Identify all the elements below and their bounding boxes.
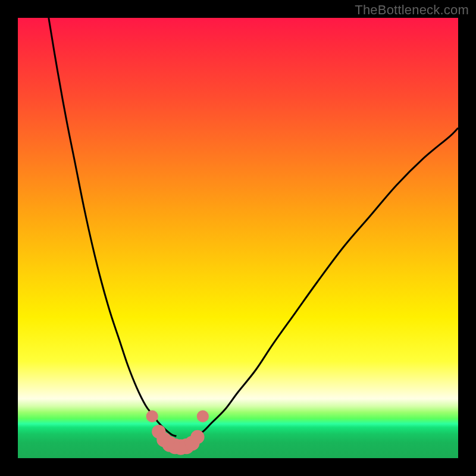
right-curve-path — [194, 128, 458, 436]
series-left-curve — [49, 18, 177, 436]
bottom-marker-dot — [190, 430, 204, 444]
chart-overlay-svg — [18, 18, 458, 458]
bottom-marker-dot — [197, 411, 209, 422]
left-curve-path — [49, 18, 177, 436]
bottom-marker-dot — [146, 411, 158, 422]
series-right-curve — [194, 128, 458, 436]
chart-outer-frame: TheBottleneck.com — [0, 0, 476, 476]
bottom-markers-group — [146, 411, 209, 455]
watermark-text: TheBottleneck.com — [355, 2, 469, 18]
